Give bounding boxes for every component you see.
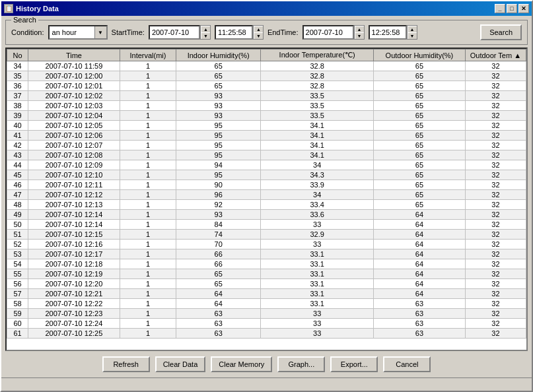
- table-header-row: No Time Interval(mi) Indoor Humidity(%) …: [7, 49, 526, 61]
- search-group: Search Condition: an hour ▼ StartTime: 2…: [5, 20, 528, 45]
- table-cell: 42: [7, 141, 28, 150]
- table-cell: 2007-07-10 12:05: [28, 121, 120, 131]
- table-cell: 66: [176, 259, 261, 269]
- table-body: 342007-07-10 11:5916532.86532352007-07-1…: [7, 61, 526, 339]
- col-time: Time: [28, 49, 120, 61]
- table-cell: 2007-07-10 12:11: [28, 180, 120, 190]
- start-date-value[interactable]: 2007-07-10: [149, 25, 200, 40]
- table-cell: 65: [374, 101, 466, 111]
- table-cell: 51: [7, 230, 28, 240]
- table-cell: 61: [7, 329, 28, 339]
- data-table-container[interactable]: No Time Interval(mi) Indoor Humidity(%) …: [5, 48, 528, 351]
- table-cell: 56: [7, 279, 28, 289]
- table-cell: 32: [465, 259, 526, 269]
- table-row: 502007-07-10 12:14184336432: [7, 220, 526, 230]
- table-cell: 52: [7, 240, 28, 249]
- table-cell: 45: [7, 170, 28, 180]
- table-cell: 1: [120, 200, 176, 210]
- table-cell: 94: [176, 160, 261, 170]
- table-cell: 1: [120, 131, 176, 141]
- end-date-up[interactable]: ▲: [355, 26, 364, 32]
- table-cell: 64: [176, 289, 261, 299]
- end-time-down[interactable]: ▼: [408, 32, 417, 39]
- table-cell: 46: [7, 180, 28, 190]
- table-cell: 2007-07-10 12:19: [28, 269, 120, 279]
- status-bar: [1, 377, 532, 391]
- condition-select[interactable]: an hour ▼: [48, 25, 108, 40]
- table-cell: 1: [120, 150, 176, 160]
- table-cell: 2007-07-10 12:20: [28, 279, 120, 289]
- table-cell: 34: [261, 160, 374, 170]
- table-cell: 32: [465, 299, 526, 309]
- minimize-button[interactable]: _: [495, 4, 505, 13]
- start-time-down[interactable]: ▼: [254, 32, 263, 39]
- table-cell: 95: [176, 121, 261, 131]
- bottom-bar: Refresh Clear Data Clear Memory Graph...…: [5, 354, 528, 374]
- export-button[interactable]: Export...: [330, 356, 378, 372]
- table-cell: 63: [176, 329, 261, 339]
- table-cell: 65: [176, 81, 261, 91]
- table-cell: 65: [374, 91, 466, 101]
- table-cell: 1: [120, 210, 176, 220]
- table-cell: 1: [120, 180, 176, 190]
- table-cell: 1: [120, 299, 176, 309]
- table-cell: 50: [7, 220, 28, 230]
- table-cell: 1: [120, 259, 176, 269]
- table-cell: 64: [374, 220, 466, 230]
- table-cell: 2007-07-10 12:10: [28, 170, 120, 180]
- start-time-value[interactable]: 11:25:58: [215, 25, 253, 40]
- search-button[interactable]: Search: [480, 24, 522, 40]
- col-interval: Interval(mi): [120, 49, 176, 61]
- table-row: 512007-07-10 12:1517432.96432: [7, 230, 526, 240]
- graph-button[interactable]: Graph...: [277, 356, 325, 372]
- table-cell: 65: [374, 190, 466, 200]
- table-cell: 34.1: [261, 150, 374, 160]
- end-time-up[interactable]: ▲: [408, 26, 417, 32]
- table-cell: 33.6: [261, 210, 374, 220]
- cancel-button[interactable]: Cancel: [383, 356, 431, 372]
- table-cell: 33.1: [261, 259, 374, 269]
- condition-dropdown-arrow[interactable]: ▼: [94, 26, 106, 38]
- start-time-up[interactable]: ▲: [254, 26, 263, 32]
- start-date-down[interactable]: ▼: [201, 32, 210, 39]
- col-no: No: [7, 49, 28, 61]
- table-cell: 57: [7, 289, 28, 299]
- table-cell: 49: [7, 210, 28, 220]
- clear-memory-button[interactable]: Clear Memory: [211, 356, 272, 372]
- end-date-arrows: ▲ ▼: [354, 25, 365, 40]
- table-cell: 34.1: [261, 121, 374, 131]
- table-cell: 2007-07-10 12:08: [28, 150, 120, 160]
- end-date-down[interactable]: ▼: [355, 32, 364, 39]
- maximize-button[interactable]: □: [507, 4, 517, 13]
- table-cell: 60: [7, 319, 28, 329]
- table-cell: 36: [7, 81, 28, 91]
- table-cell: 2007-07-10 12:15: [28, 230, 120, 240]
- table-cell: 33.1: [261, 249, 374, 259]
- table-cell: 33.1: [261, 269, 374, 279]
- table-cell: 32.8: [261, 71, 374, 81]
- end-time-value[interactable]: 12:25:58: [369, 25, 407, 40]
- table-cell: 32.8: [261, 81, 374, 91]
- table-cell: 65: [176, 61, 261, 71]
- table-cell: 33.4: [261, 200, 374, 210]
- table-cell: 95: [176, 131, 261, 141]
- start-date-up[interactable]: ▲: [201, 26, 210, 32]
- start-date-arrows: ▲ ▼: [200, 25, 211, 40]
- clear-data-button[interactable]: Clear Data: [155, 356, 206, 372]
- table-cell: 84: [176, 220, 261, 230]
- table-cell: 32: [465, 269, 526, 279]
- table-cell: 53: [7, 249, 28, 259]
- table-cell: 64: [374, 240, 466, 249]
- end-date-value[interactable]: 2007-07-10: [302, 25, 354, 40]
- table-cell: 34: [261, 190, 374, 200]
- condition-label: Condition:: [11, 28, 44, 36]
- table-row: 572007-07-10 12:2116433.16432: [7, 289, 526, 299]
- table-cell: 1: [120, 121, 176, 131]
- table-cell: 33.5: [261, 91, 374, 101]
- table-cell: 34.1: [261, 131, 374, 141]
- table-row: 362007-07-10 12:0116532.86532: [7, 81, 526, 91]
- refresh-button[interactable]: Refresh: [102, 356, 150, 372]
- table-cell: 32: [465, 81, 526, 91]
- close-button[interactable]: ✕: [518, 4, 529, 13]
- end-date-spinner: 2007-07-10 ▲ ▼: [302, 25, 365, 40]
